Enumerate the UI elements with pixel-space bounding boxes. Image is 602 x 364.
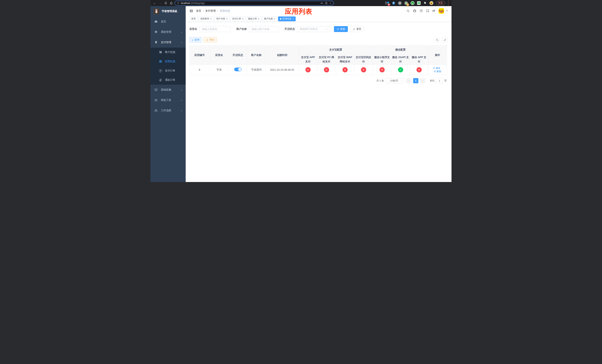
tab-home[interactable]: 首页 (189, 16, 197, 21)
search-button[interactable]: 搜索 (334, 26, 348, 32)
sidebar-item-workflow[interactable]: 工作流程 (150, 105, 186, 116)
sidebar-item-merchant-info[interactable]: 商户信息 (150, 48, 186, 57)
breadcrumb-home[interactable]: 首页 (196, 9, 201, 13)
goto-page-input[interactable] (436, 78, 443, 83)
close-icon[interactable]: × (292, 18, 294, 20)
user-avatar[interactable] (439, 8, 444, 14)
header-search-icon[interactable] (407, 9, 410, 12)
status-select[interactable]: 请选择开启状态 (297, 26, 330, 32)
close-icon[interactable]: × (226, 18, 227, 20)
help-icon[interactable] (420, 9, 423, 12)
sidebar-item-infra[interactable]: 基础设施 (150, 85, 186, 95)
browser-update-button[interactable]: 更新 (436, 1, 445, 5)
password-key-icon[interactable] (321, 2, 323, 5)
sidebar-item-pay-orders[interactable]: ¥ 支付订单 (150, 66, 186, 75)
sidebar-item-app-info[interactable]: 应用信息 (150, 57, 186, 66)
merchant-name-input[interactable] (249, 26, 279, 32)
browser-menu-icon[interactable]: ⋮⋮⋮ (447, 0, 450, 6)
download-icon (206, 39, 208, 41)
extensions-puzzle-icon[interactable] (423, 1, 427, 5)
bookmark-star-icon[interactable]: ☆ (329, 2, 332, 4)
chevron-down-icon (181, 88, 183, 91)
browser-forward-icon[interactable]: → (158, 1, 162, 5)
gear-icon (154, 30, 158, 34)
cell-alipay-pc: × (317, 65, 336, 75)
sidebar-logo[interactable]: 芋道管理系统 (150, 6, 186, 16)
refresh-icon (353, 28, 355, 30)
extension-command-icon[interactable]: ⌘ (398, 1, 402, 5)
address-bar[interactable]: localhost:1024/pay/app ☆ (174, 1, 334, 6)
plus-icon: + (192, 38, 194, 42)
extension-target-icon[interactable]: 1 (404, 1, 408, 5)
annotation-title: 应用列表 (285, 7, 312, 16)
close-icon[interactable]: × (242, 18, 243, 20)
grid-table-icon (159, 60, 162, 63)
pencil-icon (433, 67, 435, 69)
breadcrumb-pay[interactable]: 支付管理 (205, 9, 216, 13)
page-header: 首页 / 支付管理 / 应用信息 (186, 6, 452, 16)
close-icon[interactable]: × (274, 18, 275, 20)
page-1-button[interactable]: 1 (413, 78, 418, 83)
tab-user-group[interactable]: 用户分组× (214, 16, 229, 21)
yen-circle-icon: ¥ (159, 69, 162, 72)
sidebar-fold-icon[interactable] (189, 9, 193, 13)
enabled-toggle[interactable] (234, 68, 242, 71)
app-name-label: 应用名 (189, 27, 197, 31)
cell-status (229, 65, 247, 75)
github-icon[interactable] (413, 9, 416, 13)
refresh-table-button[interactable] (442, 37, 448, 43)
font-size-icon[interactable]: tT (433, 9, 435, 12)
extension-chat-icon[interactable] (417, 1, 421, 5)
col-created: 创建时间 (266, 45, 299, 65)
extension-balloon-icon[interactable] (392, 1, 396, 5)
delete-link[interactable]: 删除 (434, 70, 441, 73)
sidebar-item-home[interactable]: 首页 (150, 16, 186, 27)
sidebar-item-pay[interactable]: ¥ 支付管理 (150, 37, 186, 48)
prev-page-button[interactable]: ‹ (406, 78, 411, 83)
chevron-down-icon (181, 31, 183, 33)
toggle-search-button[interactable] (434, 37, 440, 43)
sidebar-item-dev-tools[interactable]: 研发工具 (150, 95, 186, 105)
chevron-up-icon (181, 41, 183, 44)
table-toolbar: + 新增 导出 (189, 37, 448, 43)
tab-merchant-info[interactable]: 商户信息× (262, 16, 277, 21)
browser-home-icon[interactable] (169, 1, 173, 5)
tab-refund-orders[interactable]: 退款订单× (246, 16, 261, 21)
sidebar-item-refund-orders[interactable]: 退款订单 (150, 75, 186, 85)
tab-process-form[interactable]: 流程表单× (198, 16, 214, 21)
fullscreen-icon[interactable] (426, 9, 429, 12)
total-count: 共 1 条 (376, 79, 384, 82)
sidebar-menu: 首页 系统管理 ¥ 支付管理 (150, 16, 186, 182)
store-icon (159, 51, 162, 54)
sidebar-item-system[interactable]: 系统管理 (150, 27, 186, 37)
export-button[interactable]: 导出 (204, 37, 217, 43)
cell-wechat-app: × (410, 65, 428, 75)
extension-y-icon[interactable]: y (410, 1, 414, 5)
caret-down-icon[interactable] (446, 10, 448, 11)
next-page-button[interactable]: › (420, 78, 425, 83)
add-button[interactable]: + 新增 (189, 37, 202, 43)
col-alipay-wap: 支付宝 WAP 网站支付 (336, 54, 354, 65)
extension-blocks-icon[interactable]: 10 (385, 1, 389, 5)
reset-button[interactable]: 重置 (350, 26, 364, 32)
edit-link[interactable]: 修改 (433, 66, 441, 70)
profile-emoji-icon[interactable] (429, 1, 433, 5)
col-status: 开启状态 (229, 45, 247, 65)
col-wechat-app: 微信 APP 支付 (410, 54, 428, 65)
cell-app-id: 6 (190, 65, 210, 75)
close-icon[interactable]: × (258, 18, 259, 20)
share-icon[interactable] (325, 2, 328, 4)
briefcase-icon (154, 109, 158, 112)
page-size-select[interactable]: 10条/页 (386, 78, 404, 83)
browser-back-icon[interactable]: ← (152, 1, 157, 5)
tab-pay-orders[interactable]: 支付订单× (230, 16, 245, 21)
active-dot (280, 18, 281, 20)
sidebar: 芋道管理系统 首页 系统管理 (150, 6, 186, 182)
app-name-input[interactable] (199, 26, 231, 32)
tab-app-info[interactable]: 应用信息× (278, 16, 296, 21)
status-icon: × (305, 67, 311, 72)
close-icon[interactable]: × (210, 18, 212, 20)
browser-reload-icon[interactable] (163, 1, 168, 5)
site-info-icon[interactable] (177, 2, 179, 4)
cell-wechat-jsapi: ✓ (391, 65, 410, 75)
